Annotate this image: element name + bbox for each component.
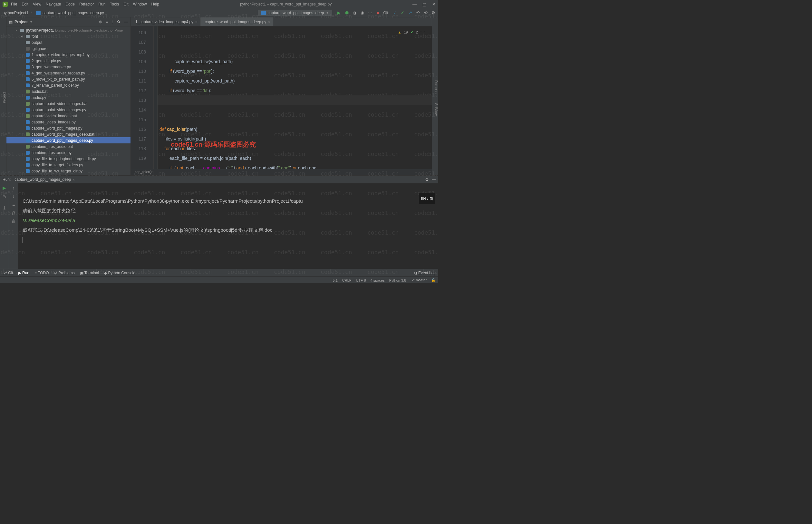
menu-navigate[interactable]: Navigate: [46, 2, 61, 6]
tree-item[interactable]: .gitignore: [6, 46, 131, 52]
project-tool-button[interactable]: Project: [2, 92, 6, 103]
problems-tab[interactable]: ⊘ Problems: [54, 271, 75, 275]
close-tab-icon[interactable]: ×: [195, 20, 197, 24]
minimize-icon[interactable]: —: [412, 2, 417, 7]
close-tab-icon[interactable]: ×: [73, 178, 75, 181]
python-interpreter[interactable]: Python 3.8: [389, 278, 406, 282]
event-log-tab[interactable]: ◑ Event Log: [414, 271, 436, 275]
console-output[interactable]: C:\Users\Administrator\AppData\Local\Pro…: [18, 183, 438, 269]
print-icon[interactable]: ⎙: [12, 210, 15, 216]
sciview-tool-button[interactable]: SciView: [434, 103, 438, 116]
close-icon[interactable]: ✕: [432, 2, 436, 7]
tree-item[interactable]: capture_point_video_images.py: [6, 107, 131, 113]
tree-item[interactable]: capture_point_video_images.bat: [6, 100, 131, 107]
cursor-position[interactable]: 5:1: [333, 278, 337, 282]
exit-icon[interactable]: ⤓: [3, 205, 6, 210]
project-header-label[interactable]: Project: [15, 20, 28, 24]
menu-refactor[interactable]: Refactor: [79, 2, 94, 6]
line-separator[interactable]: CRLF: [342, 278, 351, 282]
git-branch[interactable]: ⎇ master: [411, 278, 427, 282]
menu-view[interactable]: View: [33, 2, 41, 6]
soft-wrap-icon[interactable]: ≡: [12, 202, 15, 207]
tree-item[interactable]: combine_frps_audio.py: [6, 149, 131, 155]
tree-item[interactable]: copy_file_to_target_folders.py: [6, 162, 131, 168]
chevron-up-icon[interactable]: ˆ: [420, 28, 422, 37]
settings-icon[interactable]: ✿: [117, 19, 120, 24]
modify-run-icon[interactable]: ✎: [3, 194, 6, 199]
coverage-icon[interactable]: ◑: [352, 11, 357, 15]
rerun-icon[interactable]: ▶: [3, 185, 6, 191]
git-tab[interactable]: ⎇ Git: [3, 271, 13, 275]
inspection-badges[interactable]: ▲19 ✔2 ˆ ˇ: [398, 28, 425, 37]
tree-item[interactable]: copy_file_to_wx_target_dir.py: [6, 168, 131, 174]
clear-icon[interactable]: 🗑: [11, 219, 16, 224]
tree-item[interactable]: 2_gen_dir_pic.py: [6, 58, 131, 64]
menu-git[interactable]: Git: [123, 2, 128, 6]
git-update-icon[interactable]: ✓: [393, 11, 397, 15]
chevron-down-icon[interactable]: ˇ: [424, 28, 425, 37]
tree-item[interactable]: combine_frps_audio.bat: [6, 143, 131, 149]
tree-item[interactable]: 1_capture_video_images_mp4.py: [6, 52, 131, 58]
menu-run[interactable]: Run: [98, 2, 105, 6]
tree-item[interactable]: capture_word_ppt_images_deep.py: [6, 137, 131, 143]
tree-item[interactable]: audio.py: [6, 95, 131, 100]
tree-item[interactable]: audio.bat: [6, 88, 131, 95]
close-tab-icon[interactable]: ×: [268, 20, 270, 24]
tree-item[interactable]: 3_gen_watermarker.py: [6, 64, 131, 70]
tree-item[interactable]: 7_rename_parent_folder.py: [6, 82, 131, 88]
database-tool-button[interactable]: Database: [434, 80, 438, 95]
lock-icon[interactable]: 🔒: [431, 278, 436, 282]
menu-file[interactable]: File: [11, 2, 17, 6]
breadcrumb-project[interactable]: pythonProject1: [3, 11, 28, 15]
tree-item[interactable]: capture_video_images.py: [6, 119, 131, 125]
menu-edit[interactable]: Edit: [21, 2, 28, 6]
editor-breadcrumb[interactable]: cap_foler(): [131, 169, 432, 175]
git-commit-icon[interactable]: ✓: [400, 11, 405, 15]
menu-tools[interactable]: Tools: [110, 2, 119, 6]
file-encoding[interactable]: UTF-8: [356, 278, 366, 282]
breadcrumb-file[interactable]: capture_word_ppt_images_deep.py: [43, 11, 104, 15]
tree-item[interactable]: copy_file_to_springboot_target_dir.py: [6, 155, 131, 162]
run-tab-name[interactable]: capture_word_ppt_images_deep: [15, 177, 71, 182]
select-opened-file-icon[interactable]: ⊕: [99, 19, 102, 24]
git-rollback-icon[interactable]: ⟲: [424, 11, 428, 15]
tree-item[interactable]: 6_move_txt_to_parent_path.py: [6, 76, 131, 82]
profile-icon[interactable]: ◉: [360, 11, 364, 15]
settings-icon[interactable]: ✿: [425, 177, 429, 182]
down-icon[interactable]: ↓: [13, 194, 15, 199]
attach-icon[interactable]: ⋯: [368, 11, 372, 15]
search-everywhere-icon[interactable]: ⚙: [431, 11, 436, 15]
run-tab[interactable]: ▶ Run: [18, 271, 29, 275]
tree-item[interactable]: capture_word_ppt_images.py: [6, 125, 131, 131]
run-configuration-selector[interactable]: capture_word_ppt_images_deep ▼: [258, 10, 333, 16]
tree-item[interactable]: capture_word_ppt_images_deep.bat: [6, 131, 131, 137]
hide-icon[interactable]: —: [432, 177, 436, 182]
todo-tab[interactable]: ≡ TODO: [34, 271, 49, 275]
tree-item[interactable]: output: [6, 39, 131, 46]
hide-icon[interactable]: —: [124, 19, 128, 24]
menu-code[interactable]: Code: [65, 2, 75, 6]
tree-item[interactable]: capture_video_images.bat: [6, 113, 131, 119]
run-icon[interactable]: ▶: [337, 11, 341, 15]
expand-all-icon[interactable]: ≡: [106, 19, 108, 24]
editor-tab[interactable]: 1_capture_video_images_mp4.py×: [131, 17, 200, 26]
code-editor[interactable]: 1061071081091101111121131141151161171181…: [131, 27, 432, 169]
stop-icon[interactable]: ■: [376, 11, 380, 15]
up-icon[interactable]: ↑: [13, 185, 15, 191]
tree-item[interactable]: ▸font: [6, 33, 131, 39]
maximize-icon[interactable]: ▢: [422, 2, 426, 7]
editor-tab[interactable]: capture_word_ppt_images_deep.py×: [200, 17, 273, 26]
terminal-tab[interactable]: ▣ Terminal: [80, 271, 99, 275]
menu-help[interactable]: Help: [151, 2, 159, 6]
collapse-all-icon[interactable]: ⫶: [112, 19, 114, 24]
chevron-down-icon[interactable]: ▼: [30, 20, 33, 23]
git-history-icon[interactable]: ↶: [416, 11, 420, 15]
ime-indicator[interactable]: EN ♪ 简: [419, 193, 435, 204]
indent-settings[interactable]: 4 spaces: [370, 278, 385, 282]
debug-icon[interactable]: ⬢: [345, 11, 349, 15]
git-push-icon[interactable]: ↗: [408, 11, 412, 15]
menu-window[interactable]: Window: [133, 2, 147, 6]
tree-item[interactable]: 4_gen_watermarker_taobao.py: [6, 70, 131, 76]
python-console-tab[interactable]: ◆ Python Console: [104, 271, 135, 275]
project-root[interactable]: ▾ pythonProject1 D:\myproject\PycharmPro…: [6, 27, 131, 33]
